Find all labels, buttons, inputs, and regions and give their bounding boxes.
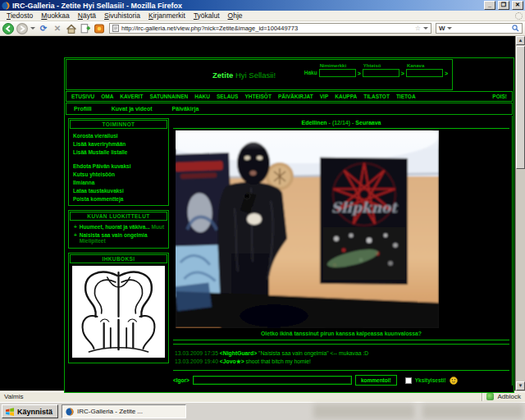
comment-author[interactable]: <NightGuard> xyxy=(220,350,257,356)
url-input[interactable] xyxy=(121,24,413,33)
scroll-down-arrow[interactable]: ▼ xyxy=(516,381,525,390)
adblock-label[interactable]: Adblock xyxy=(498,393,521,400)
comment-text: "Naisista saa vain ongelmia" <-- mukavaa… xyxy=(258,350,368,356)
comment-author[interactable]: <Jovo★> xyxy=(220,358,244,364)
forward-button[interactable] xyxy=(16,23,28,34)
svg-text:Slipknot: Slipknot xyxy=(331,199,399,216)
new-page-plus-icon[interactable] xyxy=(80,23,91,34)
private-checkbox[interactable] xyxy=(405,377,412,384)
header-search-area: Haku Nimimerkki > Yhteisö > Kanava xyxy=(304,63,448,77)
window-title: IRC-Galleria - Zetite Hyi Sellasii! - Mo… xyxy=(12,1,482,11)
nav-paivakirjat[interactable]: PÄIVÄKIRJAT xyxy=(278,94,313,99)
ihkuboksi-image[interactable] xyxy=(72,266,165,358)
page-title: Zetite Hyi Sellasii! xyxy=(212,71,276,80)
location-bar[interactable]: ☆ xyxy=(109,23,431,34)
nimimerkki-input[interactable] xyxy=(319,69,356,77)
close-button[interactable]: ✕ xyxy=(512,1,523,10)
search-engine-caret-icon[interactable] xyxy=(447,27,452,30)
yhteiso-input[interactable] xyxy=(363,69,399,77)
bookmark-star-icon[interactable]: ☆ xyxy=(415,25,421,32)
current-user-nick: <Igor> xyxy=(173,377,189,383)
category-link-naisista[interactable]: Naisista saa vain ongelmia xyxy=(80,232,148,238)
action-ilmianna[interactable]: Ilmianna xyxy=(70,178,167,186)
minimize-button[interactable]: _ xyxy=(484,1,495,10)
start-button[interactable]: Käynnistä xyxy=(2,404,58,418)
nav-selaus[interactable]: SELAUS xyxy=(217,94,238,99)
action-lataa-taustakuvaksi[interactable]: Lataa taustakuvaksi xyxy=(70,186,167,194)
action-ehdota-paivan-kuvaksi[interactable]: Ehdota Päivän kuvaksi xyxy=(70,162,167,170)
vertical-scrollbar[interactable]: ▲ ▼ xyxy=(515,36,525,390)
yhteiso-go-button[interactable]: > xyxy=(401,71,404,76)
menu-ohje[interactable]: Ohje xyxy=(224,11,247,20)
nav-tietoa[interactable]: TIETOA xyxy=(396,94,416,99)
menu-nayta[interactable]: Näytä xyxy=(74,11,100,20)
nav-haku[interactable]: HAKU xyxy=(194,94,210,99)
irc-galleria-page: Zetite Hyi Sellasii! Haku Nimimerkki > Y… xyxy=(64,57,514,393)
bullet-icon: + xyxy=(74,232,77,244)
profile-owner-name[interactable]: Zetite xyxy=(212,71,233,80)
action-kutsu-yhteisoon[interactable]: Kutsu yhteisöön xyxy=(70,170,167,178)
nav-oma[interactable]: OMA xyxy=(101,94,113,99)
comment-form: <Igor> kommentoi! Yksityisesti! xyxy=(171,371,512,386)
nav-kauppa[interactable]: KAUPPA xyxy=(335,94,357,99)
subnav-profiili[interactable]: Profiili xyxy=(74,106,92,112)
taskbar-item-firefox[interactable]: IRC-Galleria - Zetite ... xyxy=(62,404,186,418)
menu-tyokalut[interactable]: Työkalut xyxy=(189,11,224,20)
orange-addon-icon[interactable] xyxy=(94,23,105,34)
web-search-box[interactable]: W xyxy=(436,23,523,34)
previous-photo-link[interactable]: Edellinen xyxy=(302,120,327,126)
scrollbar-thumb[interactable] xyxy=(516,46,525,169)
comment-row: 13.03.2009 17:35 <NightGuard> "Naisista … xyxy=(175,350,512,356)
nav-satunnainen[interactable]: SATUNNAINEN xyxy=(149,94,188,99)
nav-etusivu[interactable]: ETUSIVU xyxy=(71,94,94,99)
search-group-nimimerkki: Nimimerkki xyxy=(319,63,356,77)
back-button[interactable] xyxy=(2,23,14,34)
history-dropdown-caret-icon[interactable] xyxy=(30,27,35,30)
action-lisaa-kaveriryhmaan[interactable]: Lisää kaveriryhmään xyxy=(70,139,167,148)
submit-comment-button[interactable]: kommentoi! xyxy=(355,375,397,386)
maximize-button[interactable]: ❐ xyxy=(498,1,509,10)
page-header: Zetite Hyi Sellasii! Haku Nimimerkki > Y… xyxy=(66,59,453,90)
search-group-kanava: Kanava xyxy=(406,63,443,77)
nav-kaverit[interactable]: KAVERIT xyxy=(120,94,143,99)
nav-vip[interactable]: VIP xyxy=(320,94,328,99)
nav-tilastot[interactable]: TILASTOT xyxy=(363,94,390,99)
nimimerkki-go-button[interactable]: > xyxy=(358,71,361,76)
menu-sivuhistoria[interactable]: Sivuhistoria xyxy=(100,11,144,20)
nav-yhteisot[interactable]: YHTEISÖT xyxy=(244,94,272,99)
action-lisaa-mustalle-listalle[interactable]: Lisää Mustalle listalle xyxy=(70,148,167,156)
user-photo[interactable]: Slipknot xyxy=(176,130,439,328)
search-engine-icon[interactable]: W xyxy=(439,25,445,32)
comment-timestamp: 13.03.2009 19:40 xyxy=(175,358,218,364)
action-poista-kommentteja[interactable]: Poista kommentteja xyxy=(70,194,167,203)
kanava-go-button[interactable]: > xyxy=(445,71,448,76)
reload-button[interactable]: ⟳ xyxy=(38,23,49,34)
menu-kirjanmerkit[interactable]: Kirjanmerkit xyxy=(144,11,189,20)
home-button[interactable] xyxy=(66,23,77,34)
scroll-up-arrow[interactable]: ▲ xyxy=(516,36,525,45)
subnav-paivakirja[interactable]: Päiväkirja xyxy=(172,106,199,112)
magnifier-icon[interactable] xyxy=(512,25,519,32)
comment-input[interactable] xyxy=(193,376,352,385)
stop-button[interactable]: ✕ xyxy=(52,23,63,34)
sidebar: TOIMINNOT Korosta vierailusi Lisää kaver… xyxy=(66,116,171,386)
smiley-icon xyxy=(450,377,458,385)
kanava-input[interactable] xyxy=(406,69,443,77)
search-group-yhteiso: Yhteisö xyxy=(363,63,399,77)
category-link-huumeet[interactable]: Huumeet, huorat ja väkiva... xyxy=(80,224,150,230)
private-label: Yksityisesti! xyxy=(415,377,446,383)
action-korosta-vierailusi[interactable]: Korosta vierailusi xyxy=(70,131,167,139)
next-photo-link[interactable]: Seuraava xyxy=(355,120,381,126)
subnav-kuvat-ja-videot[interactable]: Kuvat ja videot xyxy=(112,106,153,112)
bullet-icon: + xyxy=(74,224,77,230)
nimimerkki-label: Nimimerkki xyxy=(320,63,356,68)
adblock-icon[interactable] xyxy=(486,393,494,400)
menu-muokkaa[interactable]: Muokkaa xyxy=(37,11,74,20)
gothic-logo-drawing xyxy=(72,266,165,358)
menu-tiedosto[interactable]: Tiedosto xyxy=(2,11,37,20)
url-dropdown-caret-icon[interactable] xyxy=(423,27,428,30)
ihkuboksi-box: IHKUBOKSI xyxy=(68,253,169,363)
firefox-task-icon xyxy=(66,408,74,416)
page-body: TOIMINNOT Korosta vierailusi Lisää kaver… xyxy=(66,116,513,386)
nav-pois[interactable]: POIS! xyxy=(492,94,507,99)
